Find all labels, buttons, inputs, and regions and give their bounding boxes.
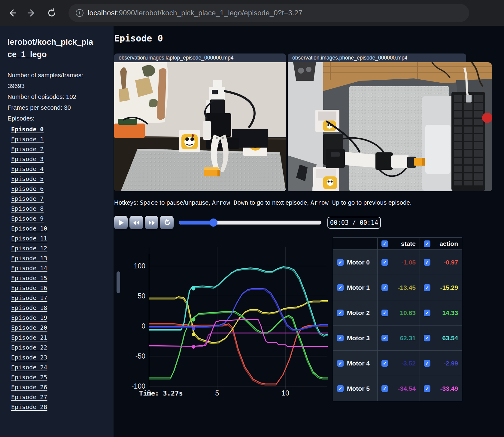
x-tick-label: 5 <box>215 389 219 397</box>
row-checkbox[interactable]: ✓ <box>424 284 430 291</box>
y-tick-label: 50 <box>138 292 145 300</box>
action-value-cell: ✓-33.49 <box>420 376 462 401</box>
episode-link[interactable]: Episode 10 <box>11 224 47 234</box>
motor-table-row: ✓Motor 0✓-1.05✓-0.97 <box>333 250 462 275</box>
episode-link[interactable]: Episode 17 <box>11 293 47 303</box>
episode-link[interactable]: Episode 18 <box>11 303 47 313</box>
episode-link[interactable]: Episode 5 <box>11 174 44 184</box>
state-value: -3.52 <box>401 360 416 367</box>
row-checkbox[interactable]: ✓ <box>424 335 430 341</box>
action-value-cell: ✓-2.99 <box>420 351 462 376</box>
episode-link[interactable]: Episode 15 <box>11 273 47 283</box>
play-button[interactable] <box>114 216 128 229</box>
episode-link[interactable]: Episode 16 <box>11 283 47 293</box>
hotkeys-segment: Hotkeys: <box>114 199 140 206</box>
row-checkbox[interactable]: ✓ <box>381 360 388 367</box>
episode-link[interactable]: Episode 23 <box>11 353 47 362</box>
row-checkbox[interactable]: ✓ <box>337 360 344 367</box>
motor-label-cell: ✓Motor 0 <box>333 250 378 275</box>
hotkeys-segment: Arrow Down <box>212 199 248 206</box>
episode-link[interactable]: Episode 12 <box>11 243 47 253</box>
y-tick-label: 0 <box>141 322 145 330</box>
row-checkbox[interactable]: ✓ <box>337 335 344 341</box>
episode-link[interactable]: Episode 2 <box>11 144 44 154</box>
episode-link[interactable]: Episode 3 <box>11 154 44 164</box>
row-checkbox[interactable]: ✓ <box>381 335 388 341</box>
rewind-button[interactable] <box>129 216 143 229</box>
action-value-cell: ✓14.33 <box>420 300 462 325</box>
row-checkbox[interactable]: ✓ <box>424 360 430 367</box>
motor-label-cell: ✓Motor 4 <box>333 351 378 376</box>
hotkeys-line: Hotkeys: Space to pause/unpause, Arrow D… <box>114 199 411 206</box>
episode-link[interactable]: Episode 19 <box>11 313 47 323</box>
video-frame-phone <box>288 62 492 191</box>
episode-link[interactable]: Episode 14 <box>11 263 47 273</box>
episode-link[interactable]: Episode 24 <box>11 362 47 372</box>
time-display: 00:03 / 00:14 <box>327 217 381 229</box>
video-progress-slider[interactable] <box>179 221 321 225</box>
row-checkbox[interactable]: ✓ <box>337 310 344 316</box>
current-time-dot <box>192 326 195 330</box>
episode-link[interactable]: Episode 26 <box>11 382 47 392</box>
episode-link[interactable]: Episode 27 <box>11 392 47 402</box>
episode-link[interactable]: Episode 22 <box>11 343 47 353</box>
scrollbar-thumb[interactable] <box>117 271 120 293</box>
motor-table-body: ✓Motor 0✓-1.05✓-0.97✓Motor 1✓-13.45✓-15.… <box>333 250 462 401</box>
slider-thumb[interactable] <box>209 218 217 227</box>
episode-link[interactable]: Episode 7 <box>11 194 44 204</box>
row-checkbox[interactable]: ✓ <box>381 284 388 291</box>
motor-label-cell: ✓Motor 1 <box>333 275 378 300</box>
episode-link-active[interactable]: Episode 0 <box>11 124 44 134</box>
site-info-icon[interactable]: i <box>76 9 83 17</box>
loop-button[interactable] <box>160 216 174 229</box>
motor-name: Motor 0 <box>347 259 370 266</box>
state-value: -34.54 <box>398 385 416 392</box>
episode-link[interactable]: Episode 6 <box>11 184 44 194</box>
header-state-cell: ✓ state <box>378 238 420 250</box>
motor-table-row: ✓Motor 4✓-3.52✓-2.99 <box>333 351 462 376</box>
episode-link[interactable]: Episode 13 <box>11 253 47 263</box>
laptop-camera-scene <box>114 62 286 191</box>
browser-toolbar: i localhost:9090/lerobot/koch_pick_place… <box>0 0 504 26</box>
row-checkbox[interactable]: ✓ <box>381 385 388 392</box>
episode-link[interactable]: Episode 28 <box>11 402 47 412</box>
state-value-cell: ✓-1.05 <box>378 250 420 275</box>
action-value-cell: ✓63.54 <box>420 325 462 351</box>
back-icon[interactable] <box>5 6 19 20</box>
state-value: -1.05 <box>401 259 416 266</box>
action-column-checkbox[interactable]: ✓ <box>424 240 430 247</box>
episode-link[interactable]: Episode 11 <box>11 234 47 243</box>
info-fps: Frames per second: 30 <box>8 102 99 113</box>
episode-link[interactable]: Episode 21 <box>11 333 47 343</box>
state-value: 62.31 <box>400 335 416 342</box>
row-checkbox[interactable]: ✓ <box>381 259 388 266</box>
row-checkbox[interactable]: ✓ <box>424 310 430 316</box>
url-path: :9090/lerobot/koch_pick_place_1_lego/epi… <box>117 9 302 17</box>
motor-table-row: ✓Motor 3✓62.31✓63.54 <box>333 325 462 351</box>
episode-link[interactable]: Episode 8 <box>11 204 44 214</box>
state-value-cell: ✓10.63 <box>378 300 420 325</box>
episode-link[interactable]: Episode 4 <box>11 164 44 174</box>
lerobot-dataset-visualizer: i localhost:9090/lerobot/koch_pick_place… <box>0 0 504 437</box>
row-checkbox[interactable]: ✓ <box>424 385 430 392</box>
episode-link[interactable]: Episode 1 <box>11 134 44 144</box>
y-tick-label: -100 <box>132 382 145 390</box>
row-checkbox[interactable]: ✓ <box>337 385 344 392</box>
row-checkbox[interactable]: ✓ <box>424 259 430 266</box>
url-bar[interactable]: i localhost:9090/lerobot/koch_pick_place… <box>68 4 469 22</box>
row-checkbox[interactable]: ✓ <box>337 284 344 291</box>
motor-label-cell: ✓Motor 5 <box>333 376 378 401</box>
forward-icon[interactable] <box>25 6 38 20</box>
y-tick-label: 100 <box>134 262 145 270</box>
row-checkbox[interactable]: ✓ <box>381 310 388 316</box>
fast-forward-button[interactable] <box>145 216 158 229</box>
episode-link[interactable]: Episode 9 <box>11 214 44 224</box>
episode-link[interactable]: Episode 25 <box>11 372 47 382</box>
current-time-dot <box>192 332 195 336</box>
reload-icon[interactable] <box>45 6 58 20</box>
state-column-checkbox[interactable]: ✓ <box>381 240 388 247</box>
state-header-label: state <box>401 240 416 247</box>
episode-link[interactable]: Episode 20 <box>11 323 47 333</box>
state-value-cell: ✓62.31 <box>378 325 420 351</box>
row-checkbox[interactable]: ✓ <box>337 259 344 266</box>
